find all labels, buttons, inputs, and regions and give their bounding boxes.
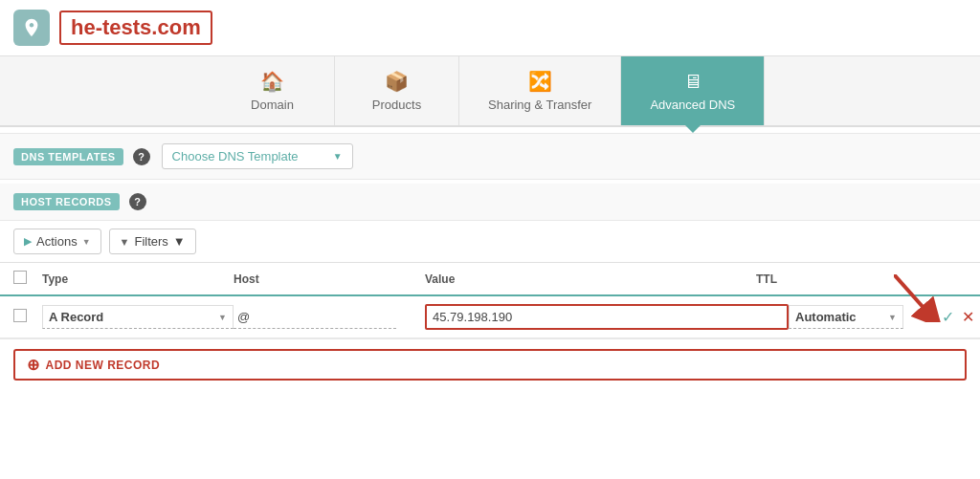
tab-sharing-label: Sharing & Transfer — [488, 98, 591, 112]
dns-template-placeholder: Choose DNS Template — [172, 149, 299, 163]
filters-label: Filters — [134, 234, 167, 249]
ttl-dropdown[interactable]: Automatic ▼ — [789, 305, 903, 329]
svg-line-1 — [894, 274, 932, 317]
tab-products[interactable]: 📦 Products — [335, 56, 459, 125]
tab-advanced-dns[interactable]: 🖥 Advanced DNS — [621, 56, 765, 125]
play-icon: ▶ — [24, 235, 32, 248]
dns-templates-section: DNS TEMPLATES ? Choose DNS Template ▼ — [0, 133, 980, 180]
col-host-header: Host — [234, 272, 425, 286]
actions-chevron-icon: ▼ — [82, 237, 91, 247]
add-record-label: ADD NEW RECORD — [46, 359, 161, 372]
filter-icon: ▼ — [120, 236, 130, 248]
plus-circle-icon: ⊕ — [27, 356, 40, 374]
dns-template-dropdown[interactable]: Choose DNS Template ▼ — [162, 143, 353, 169]
host-records-section: HOST RECORDS ? — [0, 184, 980, 221]
add-record-bar: ⊕ ADD NEW RECORD — [0, 338, 980, 390]
row-host-cell — [234, 306, 425, 329]
row-type-cell: A Record ▼ — [42, 305, 234, 329]
host-records-help[interactable]: ? — [129, 193, 146, 210]
tab-dns-label: Advanced DNS — [650, 98, 735, 112]
site-icon — [13, 10, 50, 46]
domain-icon: 🏠 — [260, 70, 284, 93]
cancel-record-button[interactable]: ✕ — [962, 308, 974, 326]
chevron-down-icon: ▼ — [333, 151, 343, 162]
row-check — [13, 309, 42, 325]
tab-products-label: Products — [372, 98, 421, 112]
ttl-value: Automatic — [795, 310, 857, 324]
dns-icon: 🖥 — [683, 71, 702, 93]
col-value-header: Value — [425, 272, 756, 286]
add-new-record-button[interactable]: ⊕ ADD NEW RECORD — [13, 349, 967, 381]
products-icon: 📦 — [385, 70, 409, 93]
host-records-label: HOST RECORDS — [13, 193, 120, 210]
header-check — [13, 271, 42, 287]
select-all-checkbox[interactable] — [13, 271, 27, 284]
table-header: Type Host Value TTL — [0, 263, 980, 296]
tab-domain-label: Domain — [251, 98, 294, 112]
record-type-dropdown[interactable]: A Record ▼ — [42, 305, 234, 329]
type-chevron-icon: ▼ — [218, 313, 227, 322]
filters-chevron-icon: ▼ — [173, 234, 186, 249]
dns-templates-help[interactable]: ? — [133, 148, 150, 165]
tab-domain[interactable]: 🏠 Domain — [211, 56, 335, 125]
col-type-header: Type — [42, 272, 234, 286]
row-actions-cell: ✓ ✕ — [942, 308, 980, 326]
host-input[interactable] — [234, 306, 396, 329]
nav-tabs: 🏠 Domain 📦 Products 🔀 Sharing & Transfer… — [0, 56, 980, 127]
row-value-cell — [425, 304, 789, 330]
table-row: A Record ▼ Automatic ▼ — [0, 296, 980, 338]
record-type-value: A Record — [49, 310, 103, 324]
actions-label: Actions — [36, 234, 78, 249]
dns-templates-label: DNS TEMPLATES — [13, 148, 123, 165]
tab-sharing-transfer[interactable]: 🔀 Sharing & Transfer — [459, 56, 621, 125]
toolbar: ▶ Actions ▼ ▼ Filters ▼ — [0, 221, 980, 263]
filters-button[interactable]: ▼ Filters ▼ — [109, 229, 196, 254]
col-ttl-header: TTL — [756, 272, 909, 286]
records-table: Type Host Value TTL A Record ▼ Automatic… — [0, 263, 980, 338]
sharing-icon: 🔀 — [528, 70, 552, 93]
value-input[interactable] — [425, 304, 789, 330]
actions-button[interactable]: ▶ Actions ▼ — [13, 229, 101, 254]
domain-title: he-tests.com — [59, 11, 212, 45]
header: he-tests.com — [0, 0, 980, 56]
row-checkbox[interactable] — [13, 309, 27, 322]
red-arrow — [894, 274, 951, 322]
